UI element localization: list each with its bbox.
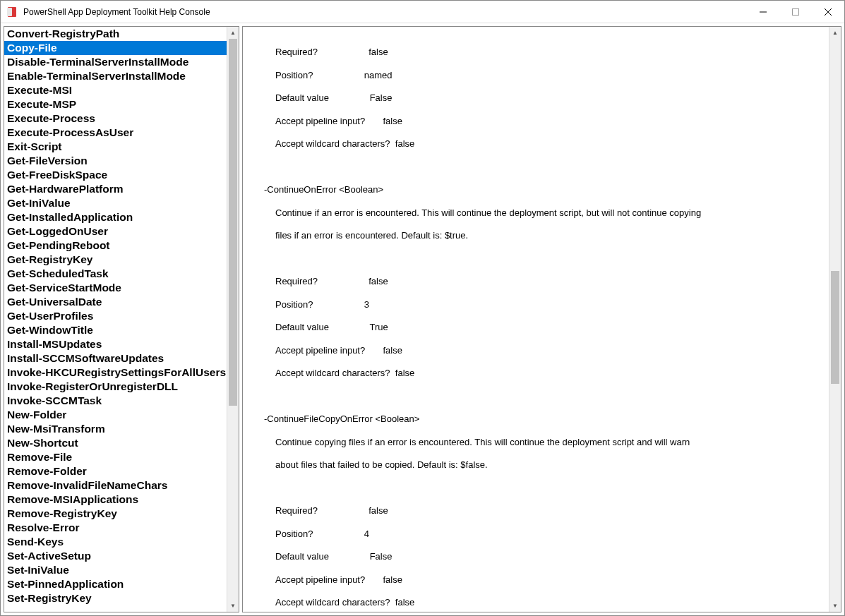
- command-item[interactable]: New-Folder: [4, 408, 227, 422]
- param-position: Position? 4: [275, 529, 819, 540]
- command-item[interactable]: Execute-ProcessAsUser: [4, 126, 227, 140]
- command-item[interactable]: Invoke-SCCMTask: [4, 394, 227, 408]
- help-text: Required? false Position? named Default …: [243, 27, 829, 612]
- command-item[interactable]: Exit-Script: [4, 140, 227, 154]
- window-title: PowerShell App Deployment Toolkit Help C…: [23, 7, 747, 17]
- param-default: Default value False: [275, 551, 819, 562]
- command-item[interactable]: Set-RegistryKey: [4, 591, 227, 605]
- command-item[interactable]: Remove-RegistryKey: [4, 507, 227, 521]
- command-item[interactable]: New-Shortcut: [4, 436, 227, 450]
- scroll-down-arrow[interactable]: ▼: [227, 600, 239, 612]
- command-item[interactable]: Copy-File: [4, 41, 227, 55]
- param-default: Default value True: [275, 322, 819, 333]
- command-item[interactable]: Get-FileVersion: [4, 154, 227, 168]
- help-panel: Required? false Position? named Default …: [242, 26, 841, 612]
- command-item[interactable]: Get-InstalledApplication: [4, 210, 227, 224]
- command-item[interactable]: Set-PinnedApplication: [4, 577, 227, 591]
- content-area: Convert-RegistryPathCopy-FileDisable-Ter…: [1, 23, 844, 615]
- command-item[interactable]: Execute-MSP: [4, 97, 227, 111]
- command-sidebar: Convert-RegistryPathCopy-FileDisable-Ter…: [4, 26, 239, 612]
- continue-on-error-desc2: files if an error is encountered. Defaul…: [275, 230, 819, 241]
- command-item[interactable]: Get-ServiceStartMode: [4, 281, 227, 295]
- command-item[interactable]: Execute-Process: [4, 111, 227, 126]
- command-item[interactable]: Remove-Folder: [4, 464, 227, 478]
- window-controls: [747, 1, 844, 23]
- maximize-button[interactable]: [779, 1, 812, 23]
- param-required: Required? false: [275, 505, 819, 517]
- close-button[interactable]: [812, 1, 844, 23]
- main-scrollbar[interactable]: ▲ ▼: [829, 27, 841, 612]
- continue-filecopy-header: -ContinueFileCopyOnError <Boolean>: [264, 413, 819, 425]
- continue-filecopy-desc2: about files that failed to be copied. De…: [275, 459, 819, 471]
- command-item[interactable]: Get-IniValue: [4, 196, 227, 210]
- scroll-up-arrow[interactable]: ▲: [829, 27, 841, 39]
- scroll-up-arrow[interactable]: ▲: [227, 27, 239, 39]
- sidebar-scrollbar[interactable]: ▲ ▼: [227, 27, 239, 612]
- command-item[interactable]: Remove-InvalidFileNameChars: [4, 478, 227, 493]
- command-item[interactable]: Convert-RegistryPath: [4, 27, 227, 41]
- minimize-button[interactable]: [747, 1, 779, 23]
- param-required: Required? false: [275, 47, 819, 58]
- scroll-down-arrow[interactable]: ▼: [829, 600, 841, 612]
- command-item[interactable]: New-MsiTransform: [4, 422, 227, 436]
- param-wildcard: Accept wildcard characters? false: [275, 368, 819, 379]
- command-item[interactable]: Remove-MSIApplications: [4, 493, 227, 507]
- command-item[interactable]: Enable-TerminalServerInstallMode: [4, 69, 227, 83]
- svg-rect-3: [793, 8, 799, 15]
- command-item[interactable]: Get-ScheduledTask: [4, 267, 227, 281]
- param-wildcard: Accept wildcard characters? false: [275, 597, 819, 608]
- param-default: Default value False: [275, 92, 819, 104]
- command-item[interactable]: Install-MSUpdates: [4, 337, 227, 351]
- command-item[interactable]: Send-Keys: [4, 535, 227, 549]
- command-item[interactable]: Set-IniValue: [4, 563, 227, 577]
- param-pipeline: Accept pipeline input? false: [275, 116, 819, 127]
- command-item[interactable]: Get-WindowTitle: [4, 323, 227, 337]
- command-item[interactable]: Get-UserProfiles: [4, 309, 227, 323]
- command-item[interactable]: Execute-MSI: [4, 83, 227, 97]
- svg-rect-1: [7, 8, 12, 16]
- titlebar: PowerShell App Deployment Toolkit Help C…: [1, 1, 844, 23]
- command-item[interactable]: Resolve-Error: [4, 521, 227, 535]
- command-item[interactable]: Get-UniversalDate: [4, 295, 227, 309]
- command-item[interactable]: Invoke-RegisterOrUnregisterDLL: [4, 380, 227, 394]
- command-item[interactable]: Remove-File: [4, 450, 227, 464]
- param-position: Position? 3: [275, 299, 819, 310]
- scroll-thumb[interactable]: [229, 39, 237, 406]
- continue-on-error-desc: Continue if an error is encountered. Thi…: [275, 207, 819, 219]
- command-list[interactable]: Convert-RegistryPathCopy-FileDisable-Ter…: [4, 27, 227, 612]
- continue-filecopy-desc: Continue copying files if an error is en…: [275, 437, 819, 448]
- param-pipeline: Accept pipeline input? false: [275, 345, 819, 356]
- param-wildcard: Accept wildcard characters? false: [275, 138, 819, 150]
- command-item[interactable]: Get-LoggedOnUser: [4, 224, 227, 238]
- command-item[interactable]: Get-HardwarePlatform: [4, 182, 227, 196]
- param-pipeline: Accept pipeline input? false: [275, 574, 819, 586]
- command-item[interactable]: Invoke-HKCURegistrySettingsForAllUsers: [4, 366, 227, 380]
- app-icon: [6, 6, 18, 18]
- scroll-thumb[interactable]: [831, 271, 839, 384]
- continue-on-error-header: -ContinueOnError <Boolean>: [264, 184, 819, 195]
- command-item[interactable]: Disable-TerminalServerInstallMode: [4, 55, 227, 69]
- command-item[interactable]: Get-RegistryKey: [4, 253, 227, 267]
- command-item[interactable]: Set-ActiveSetup: [4, 549, 227, 563]
- param-position: Position? named: [275, 70, 819, 81]
- param-required: Required? false: [275, 276, 819, 287]
- command-item[interactable]: Get-FreeDiskSpace: [4, 168, 227, 182]
- command-item[interactable]: Install-SCCMSoftwareUpdates: [4, 351, 227, 366]
- command-item[interactable]: Get-PendingReboot: [4, 238, 227, 253]
